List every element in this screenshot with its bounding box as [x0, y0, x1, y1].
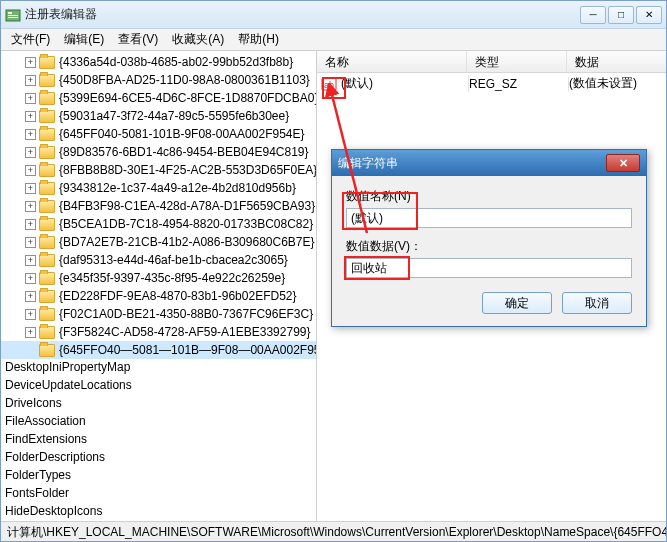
edit-string-dialog: 编辑字符串 ✕ 数值名称(N)： 数值数据(V)： 确定 取消 [331, 149, 647, 327]
val-type: REG_SZ [469, 77, 569, 91]
folder-icon [39, 110, 55, 123]
dialog-buttons: 确定 取消 [346, 288, 632, 316]
menu-edit[interactable]: 编辑(E) [58, 29, 110, 50]
expand-toggle[interactable]: + [25, 327, 36, 338]
tree-item-label: {B4FB3F98-C1EA-428d-A78A-D1F5659CBA93} [59, 199, 315, 213]
tree-item[interactable]: FontsFolder [1, 485, 316, 503]
tree-item[interactable]: +{F02C1A0D-BE21-4350-88B0-7367FC96EF3C} [1, 305, 316, 323]
folder-icon [39, 254, 55, 267]
folder-icon [39, 326, 55, 339]
folder-icon [39, 236, 55, 249]
val-name: (默认) [341, 75, 469, 92]
minimize-button[interactable]: ─ [580, 6, 606, 24]
tree-item[interactable]: +{BD7A2E7B-21CB-41b2-A086-B309680C6B7E} [1, 233, 316, 251]
expand-toggle[interactable]: + [25, 255, 36, 266]
tree-item-label: {59031a47-3f72-44a7-89c5-5595fe6b30ee} [59, 109, 289, 123]
tree-item-label: {F3F5824C-AD58-4728-AF59-A1EBE3392799} [59, 325, 311, 339]
folder-icon [39, 182, 55, 195]
dialog-close-button[interactable]: ✕ [606, 154, 640, 172]
tree-item[interactable]: +{4336a54d-038b-4685-ab02-99bb52d3fb8b} [1, 53, 316, 71]
cancel-button[interactable]: 取消 [562, 292, 632, 314]
col-type[interactable]: 类型 [467, 51, 567, 72]
expand-toggle[interactable]: + [25, 183, 36, 194]
tree-item[interactable]: +{89D83576-6BD1-4c86-9454-BEB04E94C819} [1, 143, 316, 161]
folder-icon [39, 92, 55, 105]
tree-item[interactable]: +{F3F5824C-AD58-4728-AF59-A1EBE3392799} [1, 323, 316, 341]
value-name-input[interactable] [346, 208, 632, 228]
tree-item[interactable]: +{8FBB8B8D-30E1-4F25-AC2B-553D3D65F0EA} [1, 161, 316, 179]
tree-item-label: {F02C1A0D-BE21-4350-88B0-7367FC96EF3C} [59, 307, 313, 321]
tree-item-label: {89D83576-6BD1-4c86-9454-BEB04E94C819} [59, 145, 309, 159]
tree-item[interactable]: +{5399E694-6CE5-4D6C-8FCE-1D8870FDCBA0} [1, 89, 316, 107]
tree-item[interactable]: DesktopIniPropertyMap [1, 359, 316, 377]
tree-item[interactable]: +{645FFO40—5081—101B—9F08—00AA002F954E} [1, 341, 316, 359]
tree-item[interactable]: +{59031a47-3f72-44a7-89c5-5595fe6b30ee} [1, 107, 316, 125]
list-row-default[interactable]: ab (默认) REG_SZ (数值未设置) [317, 73, 666, 94]
tree-item[interactable]: +{daf95313-e44d-46af-be1b-cbacea2c3065} [1, 251, 316, 269]
svg-rect-3 [8, 17, 18, 18]
tree-item[interactable]: +{9343812e-1c37-4a49-a12e-4b2d810d956b} [1, 179, 316, 197]
tree-item[interactable]: FileAssociation [1, 413, 316, 431]
tree-item[interactable]: FolderDescriptions [1, 449, 316, 467]
tree-pane[interactable]: +{4336a54d-038b-4685-ab02-99bb52d3fb8b}+… [1, 51, 317, 521]
expand-toggle[interactable]: + [25, 291, 36, 302]
statusbar: 计算机\HKEY_LOCAL_MACHINE\SOFTWARE\Microsof… [1, 521, 666, 541]
tree-item[interactable]: +{ED228FDF-9EA8-4870-83b1-96b02EFD52} [1, 287, 316, 305]
value-data-label: 数值数据(V)： [346, 238, 632, 255]
expand-toggle[interactable]: + [25, 201, 36, 212]
expand-toggle[interactable]: + [25, 75, 36, 86]
tree-item[interactable]: +{B4FB3F98-C1EA-428d-A78A-D1F5659CBA93} [1, 197, 316, 215]
tree-item-label: {645FFO40—5081—101B—9F08—00AA002F954E} [59, 343, 317, 357]
svg-rect-2 [8, 15, 18, 16]
col-data[interactable]: 数据 [567, 51, 666, 72]
titlebar: 注册表编辑器 ─ □ ✕ [1, 1, 666, 29]
tree-item[interactable]: DriveIcons [1, 395, 316, 413]
expand-toggle[interactable]: + [25, 165, 36, 176]
tree-item-label: {450D8FBA-AD25-11D0-98A8-0800361B1103} [59, 73, 310, 87]
window-controls: ─ □ ✕ [580, 6, 662, 24]
svg-text:ab: ab [324, 80, 334, 90]
tree-item-label: {8FBB8B8D-30E1-4F25-AC2B-553D3D65F0EA} [59, 163, 317, 177]
expand-toggle[interactable]: + [25, 273, 36, 284]
tree-item[interactable]: +{e345f35f-9397-435c-8f95-4e922c26259e} [1, 269, 316, 287]
tree-item-label: {4336a54d-038b-4685-ab02-99bb52d3fb8b} [59, 55, 293, 69]
folder-icon [39, 56, 55, 69]
tree-item[interactable]: FindExtensions [1, 431, 316, 449]
maximize-button[interactable]: □ [608, 6, 634, 24]
expand-toggle[interactable]: + [25, 111, 36, 122]
tree-item-label: {BD7A2E7B-21CB-41b2-A086-B309680C6B7E} [59, 235, 315, 249]
window-title: 注册表编辑器 [25, 6, 580, 23]
expand-toggle[interactable]: + [25, 237, 36, 248]
expand-toggle[interactable]: + [25, 219, 36, 230]
string-value-icon: ab [321, 76, 337, 92]
tree-item[interactable]: FolderTypes [1, 467, 316, 485]
value-data-input[interactable] [346, 258, 632, 278]
tree-item-label: {ED228FDF-9EA8-4870-83b1-96b02EFD52} [59, 289, 296, 303]
menu-view[interactable]: 查看(V) [112, 29, 164, 50]
tree-item[interactable]: DeviceUpdateLocations [1, 377, 316, 395]
menubar: 文件(F) 编辑(E) 查看(V) 收藏夹(A) 帮助(H) [1, 29, 666, 51]
dialog-body: 数值名称(N)： 数值数据(V)： 确定 取消 [332, 176, 646, 326]
close-button[interactable]: ✕ [636, 6, 662, 24]
folder-icon [39, 218, 55, 231]
folder-icon [39, 74, 55, 87]
expand-toggle[interactable]: + [25, 93, 36, 104]
expand-toggle[interactable]: + [25, 309, 36, 320]
menu-fav[interactable]: 收藏夹(A) [166, 29, 230, 50]
expand-toggle[interactable]: + [25, 147, 36, 158]
tree-item-label: {daf95313-e44d-46af-be1b-cbacea2c3065} [59, 253, 288, 267]
tree-item[interactable]: +{B5CEA1DB-7C18-4954-8820-01733BC08C82} [1, 215, 316, 233]
tree-item[interactable]: HideDesktopIcons [1, 503, 316, 521]
app-icon [5, 7, 21, 23]
val-data: (数值未设置) [569, 75, 662, 92]
col-name[interactable]: 名称 [317, 51, 467, 72]
dialog-title: 编辑字符串 [338, 155, 606, 172]
tree-item[interactable]: +{645FF040-5081-101B-9F08-00AA002F954E} [1, 125, 316, 143]
folder-icon [39, 290, 55, 303]
menu-file[interactable]: 文件(F) [5, 29, 56, 50]
expand-toggle[interactable]: + [25, 129, 36, 140]
ok-button[interactable]: 确定 [482, 292, 552, 314]
expand-toggle[interactable]: + [25, 57, 36, 68]
tree-item[interactable]: +{450D8FBA-AD25-11D0-98A8-0800361B1103} [1, 71, 316, 89]
menu-help[interactable]: 帮助(H) [232, 29, 285, 50]
